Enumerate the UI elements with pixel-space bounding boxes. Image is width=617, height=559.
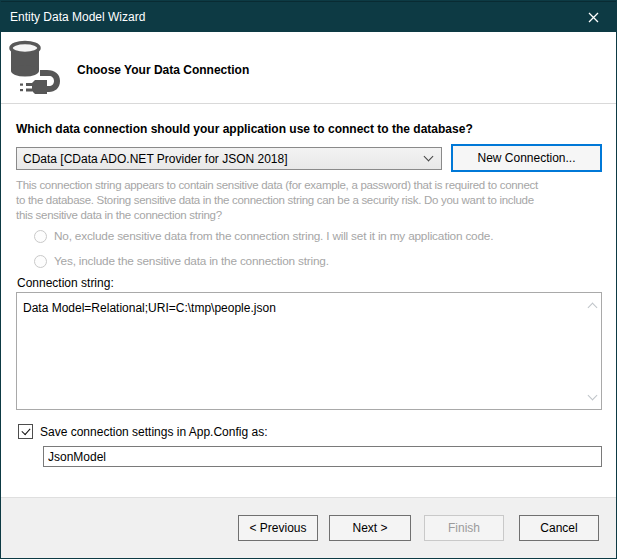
database-plug-icon [7, 38, 67, 98]
save-checkbox-label: Save connection settings in App.Config a… [40, 425, 267, 439]
new-connection-button[interactable]: New Connection... [451, 144, 602, 172]
radio-button-icon [34, 230, 47, 243]
model-name-input[interactable] [43, 446, 602, 467]
finish-button: Finish [424, 515, 504, 541]
radio-include-label: Yes, include the sensitive data in the c… [54, 254, 329, 268]
page-title: Choose Your Data Connection [77, 63, 249, 77]
question-label: Which data connection should your applic… [16, 122, 604, 136]
connection-string-textarea[interactable]: Data Model=Relational;URI=C:\tmp\people.… [16, 292, 602, 410]
close-button[interactable] [571, 2, 616, 32]
notice-line: this sensitive data in the connection st… [16, 208, 538, 223]
entity-data-model-wizard-window: Entity Data Model Wizard Choose Your Dat… [0, 0, 617, 559]
close-icon [588, 12, 599, 23]
connection-string-label: Connection string: [17, 276, 114, 290]
previous-button[interactable]: < Previous [238, 515, 318, 541]
radio-button-icon [34, 255, 47, 268]
next-button[interactable]: Next > [329, 515, 411, 541]
titlebar: Entity Data Model Wizard [1, 1, 616, 32]
sensitive-data-notice: This connection string appears to contai… [16, 178, 538, 223]
chevron-down-icon [424, 152, 434, 162]
radio-exclude-sensitive: No, exclude sensitive data from the conn… [34, 229, 493, 243]
data-connection-dropdown-value: CData [CData ADO.NET Provider for JSON 2… [23, 152, 425, 166]
scroll-up-icon[interactable] [588, 301, 597, 310]
data-connection-dropdown[interactable]: CData [CData ADO.NET Provider for JSON 2… [16, 147, 442, 170]
wizard-footer: < Previous Next > Finish Cancel [1, 497, 616, 558]
wizard-header: Choose Your Data Connection [1, 32, 616, 104]
radio-include-sensitive: Yes, include the sensitive data in the c… [34, 254, 329, 268]
connection-string-value: Data Model=Relational;URI=C:\tmp\people.… [23, 301, 276, 315]
save-checkbox[interactable] [18, 424, 33, 439]
window-title: Entity Data Model Wizard [1, 10, 145, 24]
radio-exclude-label: No, exclude sensitive data from the conn… [54, 229, 493, 243]
notice-line: to the database. Storing sensitive data … [16, 193, 538, 208]
notice-line: This connection string appears to contai… [16, 178, 538, 193]
save-settings-checkbox-row[interactable]: Save connection settings in App.Config a… [18, 424, 267, 439]
cancel-button[interactable]: Cancel [519, 515, 599, 541]
scroll-down-icon[interactable] [588, 392, 597, 401]
wizard-body: Which data connection should your applic… [1, 104, 616, 499]
